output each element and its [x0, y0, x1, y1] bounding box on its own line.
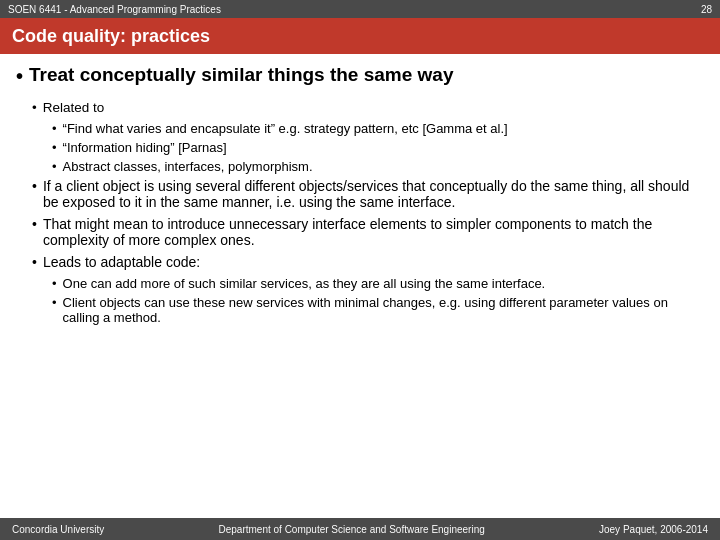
leads-sub-1: One can add more of such similar service… — [16, 276, 704, 291]
main-bullet-4: That might mean to introduce unnecessary… — [16, 216, 704, 248]
top-bar: SOEN 6441 - Advanced Programming Practic… — [0, 0, 720, 18]
main-bullet-1: Treat conceptually similar things the sa… — [16, 64, 704, 88]
main-bullet-4-text: That might mean to introduce unnecessary… — [43, 216, 704, 248]
tertiary-bullet-2-text: “Information hiding” [Parnas] — [63, 140, 227, 155]
main-bullet-1-text: Treat conceptually similar things the sa… — [29, 64, 454, 86]
tertiary-bullet-2: “Information hiding” [Parnas] — [16, 140, 704, 155]
footer: Concordia University Department of Compu… — [0, 518, 720, 540]
main-bullet-3-text: If a client object is using several diff… — [43, 178, 704, 210]
tertiary-bullet-1: “Find what varies and encapsulate it” e.… — [16, 121, 704, 136]
footer-center: Department of Computer Science and Softw… — [219, 524, 485, 535]
course-title: SOEN 6441 - Advanced Programming Practic… — [8, 4, 221, 15]
footer-right: Joey Paquet, 2006-2014 — [599, 524, 708, 535]
leads-sub-2: Client objects can use these new service… — [16, 295, 704, 325]
leads-sub-1-text: One can add more of such similar service… — [63, 276, 546, 291]
leads-to-text: Leads to adaptable code: — [43, 254, 200, 270]
content-area: Treat conceptually similar things the sa… — [0, 54, 720, 333]
slide-header: Code quality: practices — [0, 18, 720, 54]
main-bullet-3: If a client object is using several diff… — [16, 178, 704, 210]
leads-to-label: Leads to adaptable code: — [16, 254, 704, 270]
tertiary-bullet-1-text: “Find what varies and encapsulate it” e.… — [63, 121, 508, 136]
related-to-label: Related to — [43, 100, 105, 115]
secondary-bullet-related: Related to — [16, 100, 704, 115]
slide-number: 28 — [701, 4, 712, 15]
slide-title: Code quality: practices — [12, 26, 210, 47]
tertiary-bullet-3-text: Abstract classes, interfaces, polymorphi… — [63, 159, 313, 174]
footer-left: Concordia University — [12, 524, 104, 535]
tertiary-bullet-3: Abstract classes, interfaces, polymorphi… — [16, 159, 704, 174]
leads-sub-2-text: Client objects can use these new service… — [63, 295, 704, 325]
